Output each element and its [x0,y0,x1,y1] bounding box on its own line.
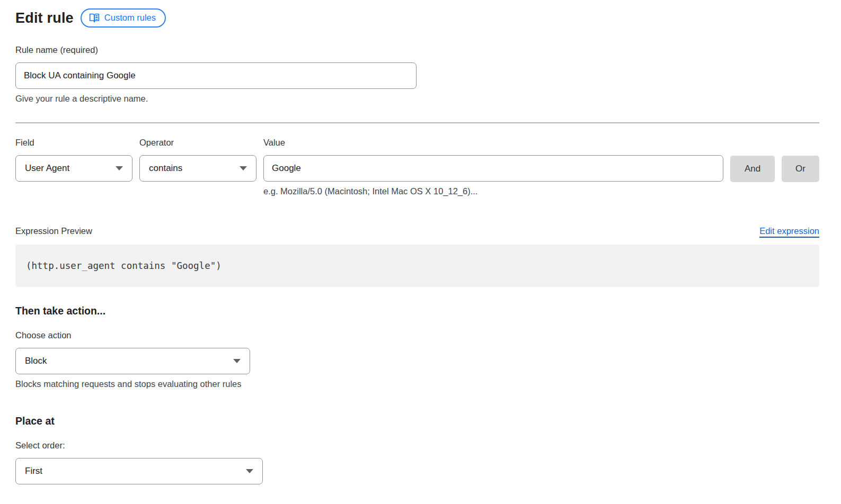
expression-header: Expression Preview Edit expression [15,226,819,238]
chevron-down-icon [116,166,123,170]
field-label: Field [15,138,132,148]
rule-name-input[interactable] [15,62,417,89]
label-spacer [782,138,819,156]
action-select-value: Block [25,356,47,366]
value-label: Value [263,138,723,148]
chevron-down-icon [240,166,247,170]
or-button-column: Or [782,138,819,182]
or-button[interactable]: Or [782,156,819,182]
action-helper: Blocks matching requests and stops evalu… [15,379,819,389]
value-input[interactable] [263,155,723,182]
edit-rule-page: Edit rule Custom rules Rule name (requir… [0,0,841,504]
page-title: Edit rule [15,10,74,26]
operator-select[interactable]: contains [139,155,256,182]
expression-section: Expression Preview Edit expression (http… [15,226,819,287]
chevron-down-icon [246,469,253,473]
place-at-heading: Place at [15,415,819,427]
then-take-action-heading: Then take action... [15,305,819,317]
rule-name-section: Rule name (required) Give your rule a de… [15,45,819,104]
edit-expression-link[interactable]: Edit expression [759,226,819,238]
field-column: Field User Agent [15,138,132,182]
value-column: Value e.g. Mozilla/5.0 (Macintosh; Intel… [263,138,723,196]
placement-section: Place at Select order: First [15,415,819,484]
action-select[interactable]: Block [15,348,250,374]
book-open-icon [89,13,100,23]
custom-rules-badge-label: Custom rules [104,13,156,22]
select-order-label: Select order: [15,440,819,451]
operator-column: Operator contains [139,138,256,182]
expression-code: (http.user_agent contains "Google") [26,260,222,271]
condition-row: Field User Agent Operator contains Value… [15,138,819,196]
field-select-value: User Agent [25,163,69,174]
order-select[interactable]: First [15,458,263,484]
field-select[interactable]: User Agent [15,155,132,182]
label-spacer [730,138,775,156]
and-button[interactable]: And [730,156,775,182]
action-section: Then take action... Choose action Block … [15,305,819,389]
rule-name-label: Rule name (required) [15,45,819,55]
choose-action-label: Choose action [15,330,819,340]
and-button-column: And [730,138,775,182]
operator-select-value: contains [149,163,182,174]
expression-preview-box: (http.user_agent contains "Google") [15,245,819,287]
expression-preview-label: Expression Preview [15,226,92,236]
order-select-value: First [25,466,42,476]
chevron-down-icon [233,359,241,363]
section-divider [15,122,819,123]
custom-rules-badge[interactable]: Custom rules [81,8,166,28]
rule-name-helper: Give your rule a descriptive name. [15,94,819,104]
operator-label: Operator [139,138,256,148]
value-helper: e.g. Mozilla/5.0 (Macintosh; Intel Mac O… [263,186,723,196]
page-header: Edit rule Custom rules [15,8,819,28]
